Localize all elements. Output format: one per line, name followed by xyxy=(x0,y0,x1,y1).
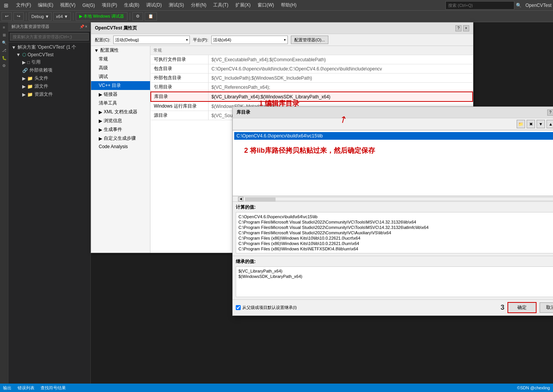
libdir-title: 库目录 xyxy=(237,109,250,116)
strip-icon-3[interactable]: 🔍 xyxy=(1,39,8,46)
strip-icon-4[interactable]: ⎇ xyxy=(1,47,8,54)
toolbar-undo[interactable]: ↩ xyxy=(2,12,12,21)
dialog-close-btn[interactable]: × xyxy=(463,25,469,31)
hscroll-thumb xyxy=(245,198,276,201)
libdir-down-btn[interactable]: ▼ xyxy=(537,120,545,128)
libdir-ok-btn[interactable]: 确定 xyxy=(507,302,537,313)
libdir-delete-btn[interactable]: ✖ xyxy=(527,120,535,128)
menu-view[interactable]: 视图(V) xyxy=(57,1,78,9)
config-manage-btn[interactable]: 配置管理器(O)... xyxy=(291,36,328,44)
cat-manifest[interactable]: 清单工具 xyxy=(91,99,150,108)
prop-value-2[interactable]: $(VC_IncludePath);$(WindowsSDK_IncludePa… xyxy=(208,74,473,83)
menu-project[interactable]: 项目(P) xyxy=(99,1,120,9)
strip-icon-2[interactable]: ⊞ xyxy=(1,31,8,38)
cat-build-events[interactable]: ▶ 生成事件 xyxy=(91,125,150,134)
menu-build[interactable]: 生成(B) xyxy=(121,1,142,9)
libdir-footer-buttons: 3 确定 取消 xyxy=(501,302,553,313)
sidebar-search-area xyxy=(8,31,90,42)
computed-line-1: C:\Program Files\Microsoft Visual Studio… xyxy=(238,219,553,225)
sidebar-title-bar: 解决方案资源管理器 📌 × xyxy=(8,22,90,31)
build-expand-icon: ▶ xyxy=(99,127,102,132)
tree-resource[interactable]: ▶ 📁 资源文件 xyxy=(8,90,90,98)
resource-icon: 📁 xyxy=(27,92,33,97)
strip-icon-5[interactable]: 🐛 xyxy=(1,54,8,61)
prop-value-4[interactable]: $(VC_LibraryPath_x64);$(WindowsSDK_Libra… xyxy=(208,92,473,101)
prop-row-4-highlight: 库目录 $(VC_LibraryPath_x64);$(WindowsSDK_L… xyxy=(151,92,473,101)
libdir-inherit-label: 从父级或项目默认设置继承(I) xyxy=(242,305,297,310)
libdir-hscrollbar[interactable]: ◀ ▶ xyxy=(233,196,553,201)
tree-extern[interactable]: 🔗 外部依赖项 xyxy=(8,66,90,74)
menu-edit[interactable]: 编辑(E) xyxy=(35,1,56,9)
platform-label: 平台(P): xyxy=(193,37,208,43)
global-search-input[interactable] xyxy=(445,1,514,10)
tree-project[interactable]: ▼ ⬡ OpenCVTest xyxy=(8,51,90,58)
cat-browse[interactable]: ▶ 浏览信息 xyxy=(91,116,150,125)
menu-ext[interactable]: 扩展(X) xyxy=(232,1,254,9)
sidebar-pin-icon[interactable]: 📌 xyxy=(80,24,84,29)
prop-value-3[interactable]: $(VC_ReferencesPath_x64); xyxy=(208,83,473,92)
menu-tools[interactable]: 工具(T) xyxy=(210,1,231,9)
properties-title: OpenCVTest 属性页 xyxy=(95,25,137,31)
strip-icon-1[interactable]: ≡ xyxy=(1,24,8,31)
libdir-cancel-btn[interactable]: 取消 xyxy=(540,302,553,313)
cat-linker[interactable]: ▶ 链接器 xyxy=(91,90,150,99)
toolbar-extra1[interactable]: ⚙ xyxy=(132,12,143,21)
tree-ref-label: 引用 xyxy=(31,59,41,65)
toolbar-redo[interactable]: ↪ xyxy=(13,12,24,21)
toolbar: ↩ ↪ Debug ▼ x64 ▼ ▶ 本地 Windows 调试器 ⚙ 📋 xyxy=(0,11,553,22)
prop-label-6: 源目录 xyxy=(151,111,208,120)
config-select[interactable]: 活动(Debug) xyxy=(113,36,190,44)
menu-window[interactable]: 窗口(W) xyxy=(254,1,277,9)
custom-expand-icon: ▶ xyxy=(99,136,102,141)
cat-custom-build[interactable]: ▶ 自定义生成步骤 xyxy=(91,134,150,143)
libdir-entry-input-0[interactable] xyxy=(237,133,553,139)
cat-code-analysis[interactable]: Code Analysis xyxy=(91,143,150,150)
menu-test[interactable]: 测试(S) xyxy=(166,1,187,9)
cat-debug[interactable]: 调试 xyxy=(91,72,150,81)
prop-label-2: 外部包含目录 xyxy=(151,74,208,83)
prop-row-0: 可执行文件目录 $(VC_ExecutablePath_x64);$(Commo… xyxy=(151,55,473,64)
tree-solution[interactable]: ▼ 解决方案 'OpenCVTest' (1 个 xyxy=(8,43,90,51)
strip-icon-6[interactable]: ⚙ xyxy=(1,62,8,69)
libdir-inherit-checkbox[interactable] xyxy=(236,305,241,310)
run-btn[interactable]: ▶ 本地 Windows 调试器 xyxy=(76,12,127,21)
sidebar-search-input[interactable] xyxy=(10,33,89,41)
tree-header[interactable]: ▶ 📁 头文件 xyxy=(8,74,90,82)
cat-vcpp-dirs[interactable]: VC++ 目录 xyxy=(91,81,150,90)
tree-extern-label: 外部依赖项 xyxy=(29,67,52,74)
cat-config-props[interactable]: ▼ 配置属性 xyxy=(91,46,150,55)
toolbar-extra2[interactable]: 📋 xyxy=(145,12,157,21)
platform-dropdown[interactable]: x64 ▼ xyxy=(53,12,71,21)
dialog-help-btn[interactable]: ? xyxy=(455,25,462,31)
cat-xml-gen[interactable]: ▶ XML 文档生成器 xyxy=(91,108,150,116)
libdir-help-btn[interactable]: ? xyxy=(547,109,553,116)
sep2 xyxy=(73,13,73,20)
libdir-controls: ? × xyxy=(547,109,553,116)
status-errors[interactable]: 错误列表 xyxy=(18,385,34,391)
prop-value-0[interactable]: $(VC_ExecutablePath_x64);$(CommonExecuta… xyxy=(208,55,473,64)
menu-file[interactable]: 文件(F) xyxy=(13,1,34,9)
libdir-folder-btn[interactable]: 📁 xyxy=(517,120,525,128)
hscroll-track xyxy=(243,197,553,201)
menu-help[interactable]: 帮助(H) xyxy=(278,1,300,9)
libdir-up-btn[interactable]: ▲ xyxy=(546,120,553,128)
status-find-symbols[interactable]: 查找符号结果 xyxy=(41,385,66,391)
libdir-entry-0[interactable] xyxy=(234,132,553,140)
platform-select-wrap: 活动(x64) xyxy=(211,36,288,44)
menu-analyze[interactable]: 分析(N) xyxy=(188,1,210,9)
search-icon: 🔍 xyxy=(516,3,522,8)
properties-left-panel: ▼ 配置属性 常规 高级 调试 VC++ 目录 ▶ 链接器 清单工具 ▶ XML… xyxy=(91,46,150,253)
sidebar-close-icon[interactable]: × xyxy=(85,24,87,29)
menu-debug[interactable]: 调试(D) xyxy=(143,1,165,9)
platform-select[interactable]: 活动(x64) xyxy=(211,36,288,44)
cat-advanced[interactable]: 高级 xyxy=(91,64,150,72)
hscroll-left-btn[interactable]: ◀ xyxy=(238,197,243,201)
menu-git[interactable]: Git(G) xyxy=(79,2,98,9)
debug-config-dropdown[interactable]: Debug ▼ xyxy=(29,12,52,21)
prop-value-1[interactable]: C:\OpenCV4.6.0\opencv\build\include;C:\O… xyxy=(208,64,473,74)
tree-ref[interactable]: ▶ □ 引用 xyxy=(8,58,90,66)
tree-source[interactable]: ▶ 📁 源文件 xyxy=(8,82,90,90)
cat-general[interactable]: 常规 xyxy=(91,55,150,64)
computed-box: C:\OpenCV4.6.0\opencv\build\x64\vc15\lib… xyxy=(236,212,553,253)
status-output[interactable]: 输出 xyxy=(3,385,11,391)
